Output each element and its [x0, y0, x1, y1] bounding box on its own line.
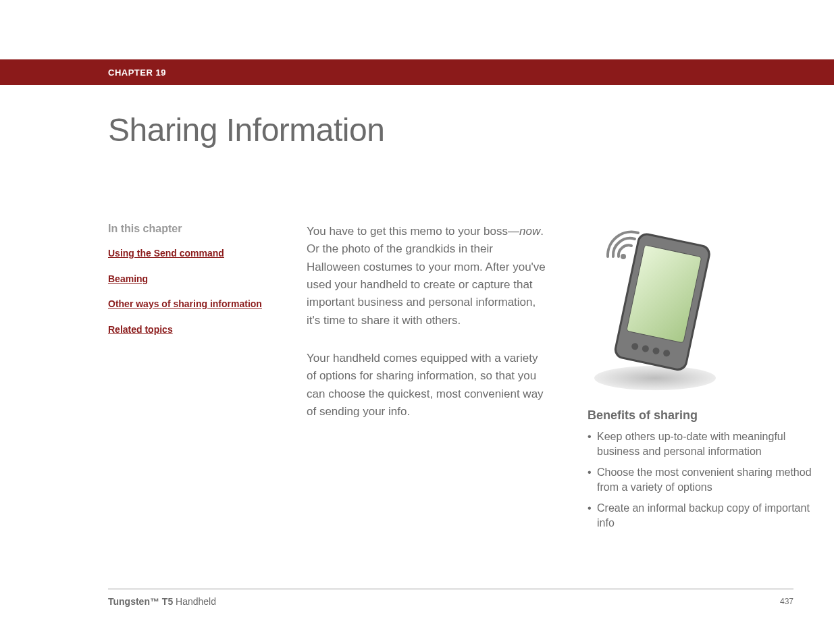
svg-point-0 — [594, 366, 716, 390]
footer-page-number: 437 — [780, 597, 793, 606]
benefits-heading: Benefits of sharing — [588, 408, 824, 423]
benefit-item-1: Keep others up-to-date with meaningful b… — [588, 429, 824, 458]
chapter-label: CHAPTER 19 — [108, 68, 166, 78]
para1-pre: You have to get this memo to your boss— — [307, 225, 519, 238]
sidebar-link-other-ways[interactable]: Other ways of sharing information — [108, 298, 270, 311]
body-paragraph-2: Your handheld comes equipped with a vari… — [307, 350, 550, 421]
para1-post: . Or the photo of the grandkids in their… — [307, 225, 546, 327]
sidebar-in-this-chapter: In this chapter Using the Send command B… — [108, 223, 270, 348]
page-title: Sharing Information — [108, 111, 384, 149]
para1-emphasis: now — [519, 225, 540, 238]
sidebar-link-related-topics[interactable]: Related topics — [108, 323, 270, 337]
footer-product-bold: Tungsten™ T5 — [108, 596, 173, 607]
chapter-header-bar: CHAPTER 19 — [0, 59, 834, 85]
benefit-item-3: Create an informal backup copy of import… — [588, 501, 824, 530]
handheld-device-illustration — [588, 223, 726, 395]
page-footer: Tungsten™ T5 Handheld 437 — [108, 589, 793, 607]
sidebar-heading: In this chapter — [108, 223, 270, 235]
footer-product-rest: Handheld — [173, 596, 216, 607]
main-body-text: You have to get this memo to your boss—n… — [307, 223, 550, 441]
sidebar-link-send-command[interactable]: Using the Send command — [108, 247, 270, 261]
benefits-list: Keep others up-to-date with meaningful b… — [588, 429, 824, 531]
wireless-signal-icon — [608, 232, 638, 259]
body-paragraph-1: You have to get this memo to your boss—n… — [307, 223, 550, 329]
sidebar-link-beaming[interactable]: Beaming — [108, 273, 270, 286]
footer-product-name: Tungsten™ T5 Handheld — [108, 596, 216, 607]
benefits-section: Benefits of sharing Keep others up-to-da… — [588, 408, 824, 537]
benefit-item-2: Choose the most convenient sharing metho… — [588, 465, 824, 494]
svg-point-9 — [621, 254, 626, 259]
